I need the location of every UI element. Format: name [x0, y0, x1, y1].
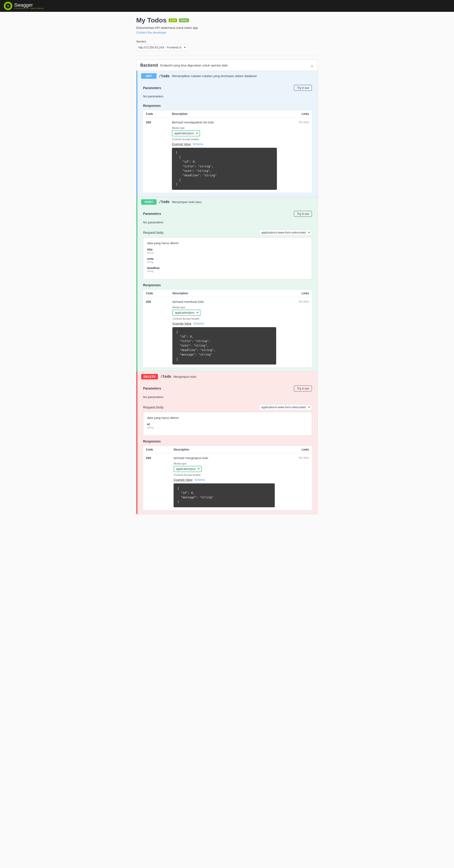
servers-select[interactable]: http://13.250.63.243/ - Frontend Server [136, 44, 188, 51]
app-info: My Todos 1.0.0 OAS3 Dokumentasi API sede… [136, 17, 318, 34]
section-tag: Backend [140, 63, 158, 68]
post-request-body-desc: data yang harus dikirim [147, 241, 308, 245]
delete-request-body-desc: data yang harus dikirim [147, 416, 308, 420]
post-code-col: Code [143, 290, 170, 297]
delete-controls-hint: Controls Accept header [174, 473, 275, 476]
delete-response-row-200: 200 berhasil menghapus todo Media type a… [143, 453, 312, 510]
delete-request-body-section: Request body application/x-www-form-urle… [143, 404, 312, 436]
delete-params-header: Parameters Try it out [143, 385, 312, 392]
post-field-deadline: deadline string [147, 266, 308, 273]
delete-desc-col: Description [171, 446, 278, 454]
post-field-note-name: note [147, 257, 308, 260]
delete-responses-title: Responses [143, 439, 312, 443]
post-params-header: Parameters Try it out [143, 211, 312, 217]
delete-response-code: 200 [143, 453, 171, 510]
get-params-section: Parameters Try it out No parameters [143, 85, 312, 100]
delete-request-body-box: data yang harus dikirim id string [143, 412, 312, 436]
post-request-body-title: Request body [143, 231, 163, 235]
get-params-header: Parameters Try it out [143, 85, 312, 91]
get-no-links: No links [280, 118, 312, 193]
post-request-body-box: data yang harus dikirim title string not… [143, 237, 312, 279]
get-media-type-select[interactable]: application/json [172, 130, 200, 136]
get-response-code: 200 [143, 118, 169, 193]
post-field-note: note string [147, 257, 308, 263]
delete-schema-tab[interactable]: Schema [194, 478, 205, 482]
delete-media-type-label: Media type [174, 462, 275, 465]
delete-field-id: id string [147, 423, 308, 429]
post-schema-tab[interactable]: Schema [193, 322, 204, 325]
swagger-icon: S [4, 2, 12, 10]
post-response-code: 200 [143, 297, 170, 367]
post-field-title: title string [147, 248, 308, 254]
section-header[interactable]: Backend Endpoint yang bisa digunakan unt… [137, 60, 317, 71]
endpoint-get-todo: GET /todo Menampilkan catatan-catatan ya… [137, 71, 317, 197]
endpoint-post-body: Parameters Try it out No parameters Requ… [138, 207, 317, 371]
endpoint-get-summary: Menampilkan catatan-catatan yang tersimp… [172, 74, 257, 78]
get-controls-hint: Controls Accept header [172, 138, 277, 141]
oas-badge: OAS3 [179, 19, 189, 22]
top-bar: S Swagger powered by SMARTBEAR [0, 0, 454, 12]
endpoint-delete-path: /todo [160, 374, 171, 379]
delete-code-col: Code [143, 446, 171, 454]
post-code-example: { "id": 0, "title": "string", "note": "s… [172, 327, 276, 365]
post-media-type-select[interactable]: application/json [172, 310, 201, 316]
servers-label: Servers [136, 40, 318, 43]
post-responses-title: Responses [143, 283, 312, 287]
svg-text:S: S [7, 4, 9, 8]
get-example-value-tab[interactable]: Example Value [172, 143, 191, 146]
delete-try-it-out-button[interactable]: Try it out [294, 385, 312, 392]
post-controls-hint: Controls Accept header [172, 317, 276, 320]
post-response-desc-cell: berhasil membuat todo Media type applica… [170, 297, 279, 367]
endpoint-post-summary: Menyimpan todo baru [172, 200, 202, 204]
post-response-description: berhasil membuat todo [172, 300, 276, 304]
delete-code-example: { "id": 0, "message": "string" } [174, 484, 275, 507]
get-code-col: Code [143, 111, 169, 118]
main-divider [136, 56, 318, 56]
post-media-type-label: Media type [172, 306, 276, 309]
post-response-row-200: 200 berhasil membuat todo Media type app… [143, 297, 312, 367]
post-field-title-name: title [147, 248, 308, 251]
delete-responses-section: Responses Code Description Links 200 [143, 439, 312, 510]
get-desc-col: Description [169, 111, 280, 118]
get-responses-title: Responses [143, 104, 312, 107]
post-desc-col: Description [170, 290, 279, 297]
backend-section: Backend Endpoint yang bisa digunakan unt… [136, 60, 318, 515]
get-try-it-out-button[interactable]: Try it out [294, 85, 312, 91]
endpoint-delete-header[interactable]: DELETE /todo Menghapus todo [138, 372, 317, 382]
contact-link[interactable]: Contact the developer [136, 31, 166, 34]
get-no-params: No parameters [143, 93, 312, 100]
endpoint-get-body: Parameters Try it out No parameters Resp… [138, 81, 317, 197]
get-links-col: Links [280, 111, 312, 118]
post-links-col: Links [279, 290, 312, 297]
section-description: Endpoint yang bisa digunakan untuk opera… [160, 64, 228, 67]
method-delete-badge: DELETE [141, 374, 158, 379]
delete-response-desc-cell: berhasil menghapus todo Media type appli… [171, 453, 278, 510]
delete-media-type-select[interactable]: application/json [174, 466, 202, 472]
post-content-type-select[interactable]: application/x-www-form-urlencoded [259, 230, 312, 236]
endpoint-post-todo: POST /todo Menyimpan todo baru Parameter… [137, 197, 317, 371]
section-header-left: Backend Endpoint yang bisa digunakan unt… [140, 63, 228, 68]
endpoint-post-header[interactable]: POST /todo Menyimpan todo baru [138, 197, 317, 207]
get-schema-tab[interactable]: Schema [193, 143, 203, 146]
get-example-tabs: Example Value Schema [172, 143, 277, 146]
post-try-it-out-button[interactable]: Try it out [294, 211, 312, 217]
post-field-deadline-type: string [147, 270, 308, 273]
delete-response-description: berhasil menghapus todo [174, 456, 275, 460]
get-response-row-200: 200 Berhasil mendapatkan list todo Media… [143, 118, 312, 193]
delete-content-type-select[interactable]: application/x-www-form-urlencoded [259, 404, 312, 410]
post-example-value-tab[interactable]: Example Value [172, 322, 191, 325]
post-params-title: Parameters [143, 212, 161, 216]
get-media-type-label: Media type [172, 126, 277, 129]
delete-field-id-type: string [147, 426, 308, 429]
endpoint-post-path: /todo [159, 200, 170, 204]
delete-field-id-name: id [147, 423, 308, 426]
post-responses-table: Code Description Links 200 berhasil memb… [143, 290, 312, 368]
endpoint-get-path: /todo [159, 74, 170, 78]
get-responses-section: Responses Code Description Links 200 [143, 104, 312, 193]
endpoint-get-header[interactable]: GET /todo Menampilkan catatan-catatan ya… [138, 71, 317, 81]
delete-example-tabs: Example Value Schema [174, 478, 275, 482]
delete-example-value-tab[interactable]: Example Value [174, 478, 192, 482]
swagger-logo: S Swagger powered by SMARTBEAR [4, 2, 44, 10]
delete-no-params: No parameters [143, 393, 312, 401]
delete-request-body-title: Request body [143, 405, 163, 409]
